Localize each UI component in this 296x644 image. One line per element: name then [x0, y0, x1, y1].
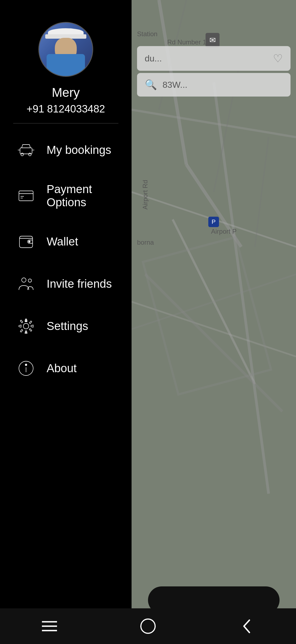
- favorite-icon: ♡: [273, 52, 283, 65]
- map-airport-road-label: Airport Rd: [141, 180, 149, 210]
- sidebar-item-my-bookings[interactable]: My bookings: [11, 129, 121, 171]
- settings-icon: [16, 317, 36, 336]
- back-button[interactable]: [233, 612, 260, 640]
- svg-point-22: [29, 241, 30, 242]
- map-borna-label: borna: [137, 239, 154, 246]
- svg-line-8: [145, 274, 282, 411]
- destination-search-bar[interactable]: du... ♡: [137, 46, 291, 71]
- pickup-search-bar[interactable]: 🔍 83W...: [137, 73, 291, 97]
- svg-point-15: [29, 153, 31, 156]
- sidebar-drawer: Mery +91 8124033482 My bookings: [0, 0, 132, 644]
- taxi-icon: [16, 140, 36, 160]
- svg-rect-18: [19, 191, 33, 201]
- sidebar-item-about[interactable]: About: [11, 347, 121, 389]
- destination-text: du...: [145, 53, 162, 64]
- hamburger-menu-button[interactable]: [36, 612, 63, 640]
- sidebar-item-invite-friends[interactable]: Invite friends: [11, 263, 121, 305]
- svg-point-26: [23, 323, 29, 329]
- settings-label: Settings: [47, 320, 88, 333]
- user-avatar: [38, 22, 93, 77]
- map-station-label: Station: [137, 30, 158, 38]
- map-search-area: du... ♡ 🔍 83W...: [132, 44, 296, 99]
- pickup-text: 83W...: [163, 80, 187, 90]
- about-label: About: [47, 362, 77, 375]
- svg-line-9: [132, 274, 296, 329]
- svg-point-14: [21, 153, 24, 156]
- svg-point-24: [22, 278, 26, 282]
- svg-line-12: [255, 137, 269, 247]
- payment-icon: [16, 186, 36, 205]
- user-phone: +91 8124033482: [27, 103, 105, 115]
- menu-list: My bookings Payment Options: [0, 129, 132, 389]
- payment-options-label: Payment Options: [47, 183, 115, 209]
- wallet-icon: [16, 232, 36, 251]
- info-icon: [16, 359, 36, 378]
- my-bookings-label: My bookings: [47, 143, 111, 157]
- svg-point-33: [141, 619, 155, 633]
- home-button[interactable]: [134, 612, 162, 640]
- user-name: Mery: [52, 85, 80, 100]
- map-airport-parking-label: Airport P: [211, 228, 237, 235]
- svg-point-29: [25, 364, 27, 366]
- svg-line-2: [132, 110, 296, 137]
- bottom-navigation-bar: [0, 608, 296, 644]
- sidebar-item-payment-options[interactable]: Payment Options: [11, 171, 121, 221]
- profile-divider: [13, 123, 118, 123]
- wallet-label: Wallet: [47, 235, 78, 248]
- svg-line-3: [214, 82, 269, 494]
- svg-point-25: [28, 279, 32, 282]
- invite-friends-label: Invite friends: [47, 277, 112, 290]
- sidebar-item-settings[interactable]: Settings: [11, 305, 121, 347]
- sidebar-item-wallet[interactable]: Wallet: [11, 221, 121, 263]
- friends-icon: [16, 274, 36, 293]
- search-icon: 🔍: [145, 79, 157, 91]
